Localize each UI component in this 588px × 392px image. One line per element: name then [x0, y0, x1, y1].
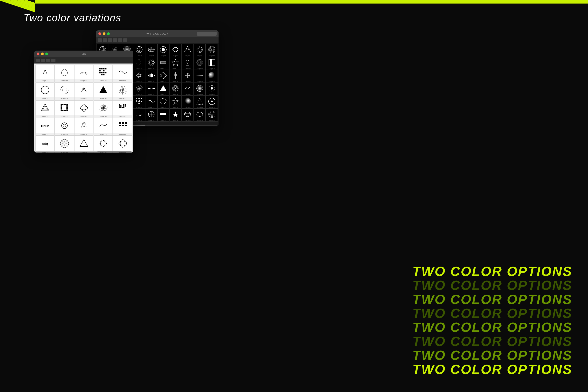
shape-item[interactable]: Shape 27	[170, 70, 182, 83]
shape-item-bow[interactable]: Shape 85	[113, 136, 132, 152]
shape-item[interactable]: Shape 34	[133, 83, 145, 96]
svg-point-75	[162, 48, 165, 51]
maximize-button-bow[interactable]	[45, 52, 48, 55]
shape-item[interactable]: Shape 9	[194, 44, 206, 57]
shape-item-bow[interactable]: Shape 53	[74, 82, 93, 100]
shape-item[interactable]: Shape 37	[170, 83, 182, 96]
tb-btn-1[interactable]	[36, 58, 40, 62]
svg-marker-263	[42, 106, 48, 110]
shape-item[interactable]: Shape 59	[194, 109, 206, 122]
svg-rect-268	[66, 104, 68, 105]
toolbar-btn-1[interactable]	[98, 38, 102, 42]
svg-point-97	[136, 60, 142, 66]
shape-item-bow[interactable]: Shape 74	[94, 118, 113, 136]
svg-rect-174	[153, 88, 154, 89]
shape-item-bow[interactable]: Shape 63	[74, 100, 93, 118]
svg-rect-190	[141, 98, 142, 99]
shape-item-bow[interactable]: Shape 41	[36, 65, 54, 82]
svg-rect-272	[66, 107, 68, 108]
shape-item[interactable]: Shape 20	[206, 57, 218, 70]
shape-item[interactable]: Shape 30	[206, 70, 218, 83]
shape-item[interactable]: Shape 10	[206, 44, 218, 57]
shape-item-bow[interactable]: Shape 61	[36, 100, 54, 118]
svg-point-87	[175, 52, 176, 52]
shape-item[interactable]: Shape 38	[182, 83, 194, 96]
toolbar-btn-2[interactable]	[103, 38, 107, 42]
minimize-button[interactable]	[103, 32, 106, 35]
shape-item[interactable]: Shape 29	[194, 70, 206, 83]
shape-item-bow[interactable]: Shape 44	[94, 65, 113, 82]
tb-btn-2[interactable]	[41, 58, 45, 62]
shape-item[interactable]: Shape 15	[145, 57, 157, 70]
shape-item-bow[interactable]: Shape 51	[36, 82, 54, 100]
shape-item[interactable]: Shape 50	[206, 96, 218, 108]
shape-item[interactable]: Shape 49	[194, 96, 206, 108]
svg-line-140	[176, 75, 177, 76]
close-button-bow[interactable]	[37, 52, 40, 55]
shape-item[interactable]: Shape 54	[133, 109, 145, 122]
toolbar-btn-6[interactable]	[123, 38, 128, 42]
shape-item[interactable]: Shape 36	[158, 83, 169, 96]
svg-rect-198	[139, 103, 140, 104]
shape-item[interactable]: Shape 7	[170, 44, 182, 57]
shape-item[interactable]: Shape 26	[158, 70, 169, 83]
tb-btn-4[interactable]	[51, 58, 56, 62]
shape-item[interactable]: Shape 60	[206, 109, 218, 122]
shape-item-bow[interactable]: Shape 54	[94, 82, 113, 100]
shape-item[interactable]: Shape 25	[145, 70, 157, 83]
shape-item[interactable]: Shape 44	[133, 96, 145, 108]
shape-item-bow[interactable]: Shape 83	[74, 136, 93, 152]
shape-item[interactable]: Shape 46	[158, 96, 169, 108]
toolbar-btn-4[interactable]	[113, 38, 117, 42]
shape-item-bow[interactable]: Shape 71	[36, 118, 54, 136]
shape-item[interactable]: Shape 5	[145, 44, 157, 57]
shape-item[interactable]: Shape 4	[133, 44, 145, 57]
shape-item[interactable]: Shape 18	[182, 57, 194, 70]
shape-item-bow[interactable]: Shape 64	[94, 100, 113, 118]
shape-item-bow[interactable]: Shape 75	[113, 118, 132, 136]
shape-item[interactable]: Shape 17	[170, 57, 182, 70]
shape-item[interactable]: Shape 35	[145, 83, 157, 96]
shape-item[interactable]: Shape 6	[158, 44, 169, 57]
shape-item[interactable]: Shape 40	[206, 83, 218, 96]
shape-item[interactable]: Shape 57	[170, 109, 182, 122]
shape-item-bow[interactable]: Shape 42	[55, 65, 74, 82]
shape-item-bow[interactable]: Shape 65	[113, 100, 132, 118]
scrollbar-thumb-bow[interactable]	[98, 151, 131, 152]
shape-item-bow[interactable]: Shape 52	[55, 82, 74, 100]
shape-item[interactable]: Shape 28	[182, 70, 194, 83]
shape-item-bow[interactable]: Shape 73	[74, 118, 93, 136]
maximize-button[interactable]	[107, 32, 110, 35]
shape-item[interactable]: Shape 14	[133, 57, 145, 70]
tb-btn-3[interactable]	[46, 58, 50, 62]
shape-item-bow[interactable]: Shape 43	[74, 65, 93, 82]
shape-item[interactable]: Shape 8	[182, 44, 194, 57]
shape-item-bow[interactable]: Shape 82	[55, 136, 74, 152]
shape-item[interactable]: Shape 56	[158, 109, 169, 122]
shape-item-bow[interactable]: Shape 84	[94, 136, 113, 152]
close-button[interactable]	[98, 32, 101, 35]
shape-item[interactable]: Shape 24	[133, 70, 145, 83]
minimize-button-bow[interactable]	[41, 52, 44, 55]
svg-point-228	[211, 114, 212, 115]
toolbar-btn-5[interactable]	[118, 38, 122, 42]
shape-item[interactable]: Shape 47	[170, 96, 182, 108]
shape-item[interactable]: Shape 48	[182, 96, 194, 108]
svg-rect-315	[41, 125, 42, 126]
search-bar[interactable]	[197, 32, 216, 36]
toolbar-btn-3[interactable]	[108, 38, 112, 42]
shape-item[interactable]: Shape 19	[194, 57, 206, 70]
shape-item[interactable]: Shape 58	[182, 109, 194, 122]
shape-item[interactable]: Shape 45	[145, 96, 157, 108]
shape-item[interactable]: Shape 55	[145, 109, 157, 122]
two-color-line-3: TWO COLOR OPTIONS	[412, 292, 572, 306]
shape-item-bow[interactable]: Shape 81	[36, 136, 54, 152]
shape-item-bow[interactable]: Shape 62	[55, 100, 74, 118]
shape-item-bow[interactable]: Shape 55	[113, 82, 132, 100]
scrollbar-track-bow[interactable]	[36, 151, 132, 152]
shape-item[interactable]: Shape 16	[158, 57, 169, 70]
svg-line-156	[139, 86, 140, 88]
shape-item-bow[interactable]: Shape 72	[55, 118, 74, 136]
shape-item[interactable]: Shape 39	[194, 83, 206, 96]
shape-item-bow[interactable]: Shape 45	[113, 65, 132, 82]
